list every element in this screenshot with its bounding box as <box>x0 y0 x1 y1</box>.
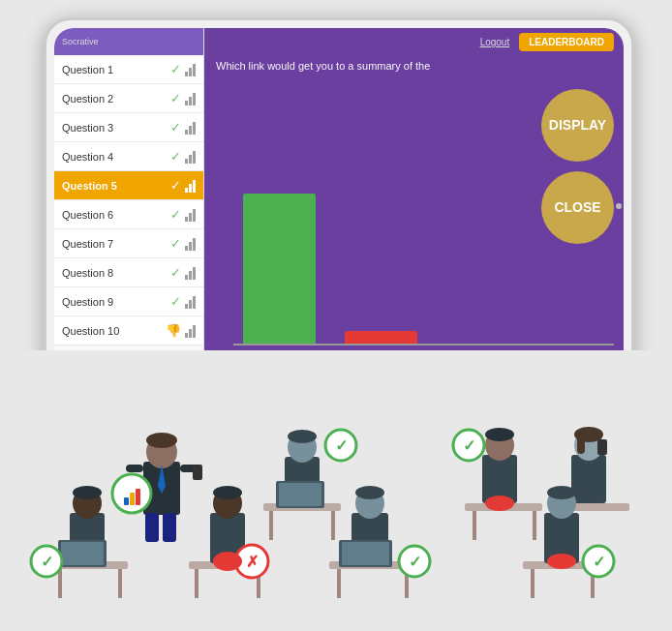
svg-rect-21 <box>279 483 321 506</box>
sidebar-label-q4: Question 4 <box>62 151 167 163</box>
check-icon-q9: ✓ <box>170 294 181 309</box>
sidebar-item-q9[interactable]: Question 9✓ <box>54 287 203 316</box>
check-icon-q7: ✓ <box>170 236 181 251</box>
sidebar: Socrative Question 1✓Question 2✓Question… <box>54 28 204 384</box>
sidebar-header: Socrative <box>54 28 203 55</box>
sidebar-item-q8[interactable]: Question 8✓ <box>54 258 203 287</box>
sidebar-label-q10: Question 10 <box>62 325 162 337</box>
check-icon-q5: ✓ <box>170 178 181 193</box>
leaderboard-button[interactable]: LEADERBOARD <box>519 33 614 51</box>
sidebar-item-q6[interactable]: Question 6✓ <box>54 200 203 229</box>
check-icon-q3: ✓ <box>170 120 181 135</box>
classroom-scene: ✓ ✗ <box>0 350 672 631</box>
svg-text:✓: ✓ <box>593 554 605 570</box>
bar-incorrect-wrapper <box>345 331 417 344</box>
check-icon-q1: ✓ <box>170 62 181 76</box>
svg-point-63 <box>547 486 576 499</box>
question-text: Which link would get you to a summary of… <box>204 56 624 75</box>
svg-rect-6 <box>145 513 159 542</box>
svg-rect-8 <box>193 465 202 480</box>
bar-icon-q7 <box>185 237 196 251</box>
sidebar-label-q8: Question 8 <box>62 267 167 279</box>
bar-icon-q2 <box>185 92 196 105</box>
sidebar-item-q1[interactable]: Question 1✓ <box>54 55 203 84</box>
sidebar-label-q1: Question 1 <box>62 64 167 75</box>
sidebar-label-q5: Question 5 <box>62 180 167 192</box>
sidebar-label-q3: Question 3 <box>62 122 167 134</box>
top-bar: Logout LEADERBOARD <box>204 28 624 56</box>
svg-rect-7 <box>163 513 176 542</box>
sidebar-label-q9: Question 9 <box>62 296 167 308</box>
sidebar-title: Socrative <box>62 37 99 46</box>
sidebar-item-q7[interactable]: Question 7✓ <box>54 229 203 258</box>
svg-point-48 <box>485 428 514 441</box>
display-button[interactable]: DISPLAY <box>541 89 614 162</box>
svg-rect-12 <box>136 489 140 505</box>
bar-icon-q10 <box>185 324 196 338</box>
sidebar-items: Question 1✓Question 2✓Question 3✓Questio… <box>54 55 203 346</box>
main-content: Logout LEADERBOARD Which link would get … <box>204 28 624 384</box>
svg-text:✓: ✓ <box>463 437 475 454</box>
svg-rect-10 <box>124 497 129 505</box>
svg-rect-57 <box>597 439 607 455</box>
svg-rect-4 <box>126 465 143 472</box>
sidebar-item-q2[interactable]: Question 2✓ <box>54 84 203 113</box>
svg-text:✓: ✓ <box>335 437 348 454</box>
tablet-inner: Socrative Question 1✓Question 2✓Question… <box>54 28 624 384</box>
svg-point-32 <box>213 552 242 571</box>
bar-icon-q1 <box>185 63 196 76</box>
bar-icon-q8 <box>185 266 196 280</box>
bar-icon-q3 <box>185 121 196 135</box>
svg-point-64 <box>547 554 576 569</box>
sidebar-item-q10[interactable]: Question 10👎 <box>54 316 203 346</box>
sidebar-item-q3[interactable]: Question 3✓ <box>54 113 203 142</box>
action-buttons: DISPLAY CLOSE <box>541 79 614 244</box>
bar-correct <box>243 194 316 344</box>
chart-area: 92% Got it Right! 8% Missed it! Correct … <box>204 79 624 384</box>
figures-container: ✓ ✗ <box>0 350 672 631</box>
svg-text:✓: ✓ <box>409 554 421 570</box>
tablet-camera <box>616 203 622 209</box>
check-icon-q4: ✓ <box>170 149 181 164</box>
check-icon-q8: ✓ <box>170 265 181 280</box>
bar-icon-q5 <box>185 179 196 193</box>
sidebar-item-q5[interactable]: Question 5✓ <box>54 171 203 200</box>
check-icon-q2: ✓ <box>170 91 181 105</box>
svg-point-38 <box>355 486 384 499</box>
svg-rect-40 <box>342 542 389 565</box>
svg-point-72 <box>73 486 102 499</box>
svg-point-19 <box>288 430 317 443</box>
check-icon-q6: ✓ <box>170 207 181 222</box>
close-button[interactable]: CLOSE <box>541 171 614 244</box>
bar-icon-q9 <box>185 295 196 309</box>
svg-point-49 <box>485 496 514 511</box>
svg-point-29 <box>213 486 242 499</box>
bar-icon-q4 <box>185 150 196 164</box>
bar-icon-q6 <box>185 208 196 222</box>
sidebar-label-q2: Question 2 <box>62 93 167 105</box>
svg-rect-74 <box>61 542 104 565</box>
logout-link[interactable]: Logout <box>480 37 510 47</box>
svg-rect-11 <box>130 493 135 505</box>
sidebar-item-q4[interactable]: Question 4✓ <box>54 142 203 171</box>
thumb-icon-q10: 👎 <box>166 323 181 338</box>
svg-text:✗: ✗ <box>246 554 259 570</box>
tablet-frame: Socrative Question 1✓Question 2✓Question… <box>44 17 634 395</box>
svg-rect-53 <box>571 455 606 503</box>
sidebar-label-q7: Question 7 <box>62 238 167 250</box>
classroom-svg: ✓ ✗ <box>0 350 672 631</box>
sidebar-label-q6: Question 6 <box>62 209 167 221</box>
bar-correct-wrapper <box>243 194 316 344</box>
bar-incorrect <box>345 331 417 344</box>
svg-rect-56 <box>577 435 585 454</box>
svg-point-13 <box>146 433 177 448</box>
svg-text:✓: ✓ <box>41 554 53 570</box>
